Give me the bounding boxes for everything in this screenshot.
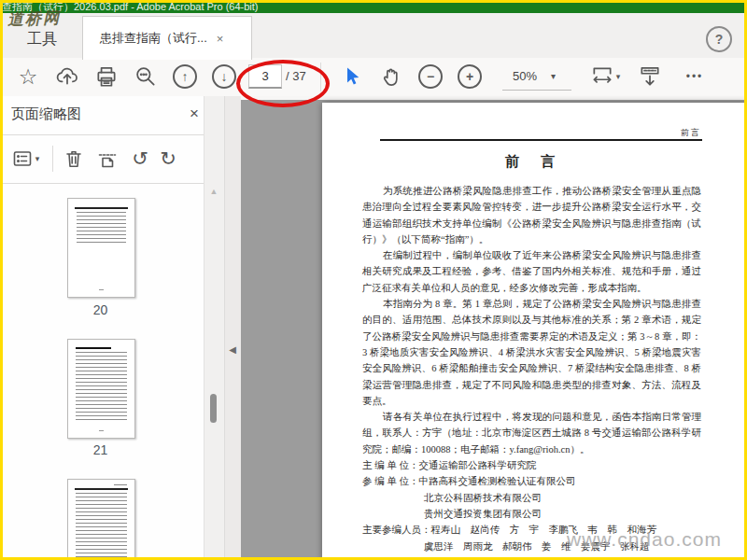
search-icon [134, 64, 158, 89]
tab-tools-label: 工具 [27, 30, 57, 49]
thumb-heading [76, 347, 111, 349]
fit-width-icon [590, 64, 614, 89]
next-page-button[interactable]: ↓ [205, 59, 243, 94]
thumbnail-page-21[interactable] [67, 339, 135, 439]
thumb-rule [75, 488, 128, 490]
print-button[interactable] [88, 59, 125, 94]
search-button[interactable] [127, 59, 164, 94]
zoom-field-underline [502, 90, 571, 91]
panel-divider [0, 134, 204, 135]
credit-line: 主要参编人员：程寿山 赵尚传 方 宇 李鹏飞 韦 韩 和海芳 [362, 522, 701, 538]
panel-collapse-handle[interactable]: ◀ [225, 338, 240, 360]
fit-width-button[interactable]: ▾ [583, 59, 627, 94]
page-number-value: 3 [261, 69, 268, 83]
thumbnail-page-22[interactable] [67, 479, 135, 560]
thumbnail-label[interactable]: 21 [67, 442, 134, 457]
credit-line: 贵州交通投资集团有限公司 [362, 506, 701, 522]
scrolling-mode-button[interactable] [631, 59, 669, 94]
thumb-text-lines [76, 352, 127, 423]
panel-toolbar-separator [52, 146, 53, 172]
help-button[interactable]: ? [706, 26, 732, 52]
thumbnail-label[interactable]: 20 [67, 302, 134, 317]
rotate-cw-icon: ↻ [160, 147, 176, 170]
thumbnails-scrollbar-thumb[interactable] [210, 394, 217, 423]
page-header-label: 前言 [681, 127, 701, 139]
arrow-down-icon: ↓ [212, 64, 236, 89]
page-header-rule [380, 139, 702, 141]
more-tools-button[interactable]: ••• [674, 59, 715, 94]
page-total-label: / 37 [286, 64, 306, 89]
rotate-ccw-icon: ↺ [132, 147, 148, 170]
acrobat-window: 查指南（试行）2026.03.pdf - Adobe Acrobat Pro (… [0, 0, 747, 560]
thumbnails-scrollbar-track[interactable] [204, 96, 225, 560]
ellipsis-icon: ••• [686, 70, 704, 83]
scroll-up-arrow-icon[interactable]: ▲ [206, 187, 221, 198]
panel-collapse-strip [224, 96, 242, 560]
scroll-page-icon [638, 64, 662, 89]
plus-icon: + [458, 64, 482, 89]
select-tool-button[interactable] [333, 59, 371, 94]
credit-line: 北京公科固桥技术有限公司 [362, 490, 701, 506]
star-icon: ☆ [19, 64, 38, 90]
title-bar: 查指南（试行）2026.03.pdf - Adobe Acrobat Pro (… [0, 0, 747, 13]
rotate-cw-button[interactable]: ↻ [153, 142, 183, 175]
thumb-rule [75, 207, 128, 209]
zoom-in-button[interactable]: + [451, 59, 488, 94]
favorite-star-button[interactable]: ☆ [9, 59, 47, 94]
thumbnails-panel-title: 页面缩略图 [11, 105, 81, 123]
zoom-level-value[interactable]: 50% [504, 64, 545, 89]
minus-icon: − [418, 64, 443, 89]
close-icon: × [190, 105, 199, 123]
fit-dropdown-caret-icon: ▾ [616, 72, 621, 81]
printer-icon [94, 64, 119, 89]
thumb-text-lines [77, 212, 126, 244]
tab-tools[interactable]: 工具 [7, 21, 77, 58]
credit-line: 虞思洋 周雨龙 郝朝伟 姜 维 姜震宇 张科超 [362, 539, 701, 554]
share-button[interactable] [49, 59, 86, 94]
cloud-upload-icon [55, 64, 79, 89]
trash-icon [63, 147, 85, 170]
tab-document-label: 患排查指南（试行... [83, 30, 207, 47]
collapse-left-icon: ◀ [229, 344, 236, 355]
credit-line: 参 编 单 位：中路高科交通检测检验认证有限公司 [362, 473, 701, 489]
cursor-arrow-icon [341, 65, 363, 88]
page-title: 前 言 [362, 153, 701, 171]
thumb-header-mark [114, 484, 127, 485]
thumbnail-page-20[interactable] [67, 198, 135, 298]
paragraph: 在编制过程中，编制单位吸收了近年来公路桥梁安全风险辨识与隐患排查相关研究成果及工… [362, 247, 701, 296]
tab-close-icon[interactable]: × [217, 32, 224, 46]
zoom-dropdown-caret-icon[interactable]: ▾ [551, 64, 556, 89]
toolbar-separator [320, 63, 321, 91]
hand-tool-button[interactable] [373, 59, 410, 94]
arrow-up-icon: ↑ [173, 64, 197, 89]
panel-close-button[interactable]: × [185, 105, 204, 123]
rotate-ccw-button[interactable]: ↺ [125, 142, 155, 175]
previous-page-button[interactable]: ↑ [166, 59, 204, 94]
delete-pages-button[interactable] [58, 142, 90, 175]
page-body-text: 为系统推进公路桥梁风险隐患排查工作，推动公路桥梁安全管理从重点隐患治理向全过程全… [362, 183, 701, 554]
thumb-page-number-mark [99, 430, 104, 431]
panel-divider [0, 183, 204, 184]
tab-document[interactable]: 患排查指南（试行... × [82, 16, 252, 60]
extract-pages-button[interactable] [92, 142, 123, 175]
credit-line: 主 编 单 位：交通运输部公路科学研究院 [362, 457, 701, 473]
thumbnail-options-button[interactable]: ▾ [6, 142, 45, 175]
help-icon: ? [715, 32, 724, 47]
window-title: 查指南（试行）2026.03.pdf - Adobe Acrobat Pro (… [2, 1, 259, 12]
paragraph: 请各有关单位在执行过程中，将发现的问题和意见，函告本指南日常管理组，联系人：方宇… [362, 409, 701, 457]
hand-icon [380, 65, 403, 89]
thumb-page-number-mark [99, 289, 104, 290]
extract-page-icon [96, 147, 119, 170]
pdf-page[interactable]: 前言 前 言 为系统推进公路桥梁风险隐患排查工作，推动公路桥梁安全管理从重点隐患… [322, 103, 747, 560]
paragraph: 为系统推进公路桥梁风险隐患排查工作，推动公路桥梁安全管理从重点隐患治理向全过程全… [362, 183, 701, 247]
thumb-text-lines [76, 493, 127, 558]
options-caret-icon: ▾ [35, 154, 40, 163]
paragraph: 本指南分为 8 章。第 1 章总则，规定了公路桥梁安全风险辨识与隐患排查的目的、… [362, 296, 701, 409]
zoom-out-button[interactable]: − [412, 59, 449, 94]
page-number-input[interactable]: 3 [248, 64, 282, 89]
options-list-icon [11, 147, 34, 170]
